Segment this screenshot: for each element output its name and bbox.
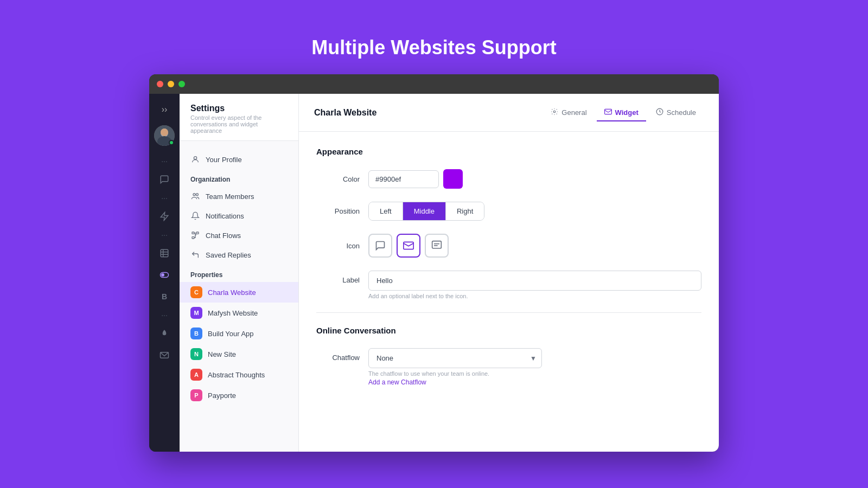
sidebar-dots-4: ··· xyxy=(161,311,168,319)
settings-title: Settings xyxy=(190,104,288,113)
tab-schedule[interactable]: Schedule xyxy=(648,104,704,121)
payporte-label: Payporte xyxy=(208,391,236,400)
nav-your-profile[interactable]: Your Profile xyxy=(180,150,298,169)
nav-notifications[interactable]: Notifications xyxy=(180,206,298,226)
table-nav-icon[interactable] xyxy=(155,243,174,263)
sidebar-dark: ›› ··· xyxy=(149,94,180,452)
schedule-tab-label: Schedule xyxy=(667,108,696,117)
page-title: Multiple Websites Support xyxy=(311,36,556,59)
property-charla-website[interactable]: C Charla Website xyxy=(180,282,298,303)
profile-icon xyxy=(190,155,200,164)
position-left-button[interactable]: Left xyxy=(369,202,403,220)
team-members-label: Team Members xyxy=(206,192,254,201)
chatflow-dropdown-container: None ▼ xyxy=(368,348,542,368)
window-maximize-button[interactable] xyxy=(178,81,185,87)
settings-nav: Your Profile Organization Team Membe xyxy=(180,141,298,414)
toggle-nav-icon[interactable] xyxy=(155,265,174,285)
icon-message-button[interactable] xyxy=(425,234,449,258)
icon-row: Icon xyxy=(316,234,701,258)
tabs: General Widget xyxy=(543,104,704,121)
sidebar-dots-1: ··· xyxy=(161,157,168,165)
color-row: Color xyxy=(316,169,701,189)
chat-nav-icon[interactable] xyxy=(155,170,174,189)
chat-flows-label: Chat Flows xyxy=(206,232,241,240)
newsite-label: New Site xyxy=(208,350,236,358)
notifications-label: Notifications xyxy=(206,212,244,220)
widget-tab-icon xyxy=(604,108,612,117)
main-content: Charla Website General xyxy=(299,94,719,452)
tab-general[interactable]: General xyxy=(543,104,594,121)
flame-nav-icon[interactable] xyxy=(155,324,174,343)
browser-titlebar xyxy=(149,74,719,94)
lightning-nav-icon[interactable] xyxy=(155,207,174,226)
property-build-your-app[interactable]: B Build Your App xyxy=(180,323,298,344)
property-new-site[interactable]: N New Site xyxy=(180,344,298,364)
settings-header: Settings Control every aspect of the con… xyxy=(180,94,298,141)
icon-group xyxy=(368,234,449,258)
properties-label: Properties xyxy=(180,265,298,282)
position-middle-button[interactable]: Middle xyxy=(403,202,446,220)
svg-point-11 xyxy=(162,274,164,277)
appearance-section-title: Appearance xyxy=(316,147,701,156)
browser-content: ›› ··· xyxy=(149,94,719,452)
svg-point-13 xyxy=(194,157,196,159)
sidebar-dots-2: ··· xyxy=(161,194,168,202)
svg-point-19 xyxy=(554,111,556,113)
color-swatch[interactable] xyxy=(443,169,463,189)
settings-panel: Settings Control every aspect of the con… xyxy=(180,94,299,452)
property-payporte[interactable]: P Payporte xyxy=(180,385,298,406)
label-hint: Add an optional label next to the icon. xyxy=(368,293,701,299)
position-right-button[interactable]: Right xyxy=(446,202,484,220)
nav-chat-flows[interactable]: Chat Flows xyxy=(180,226,298,245)
chatflow-select[interactable]: None xyxy=(368,348,542,368)
svg-rect-18 xyxy=(192,237,194,239)
svg-point-14 xyxy=(193,194,195,196)
main-header: Charla Website General xyxy=(299,94,719,132)
position-label: Position xyxy=(316,207,360,215)
svg-marker-5 xyxy=(161,213,168,221)
sidebar-dots-3: ··· xyxy=(161,230,168,239)
icon-mail-button[interactable] xyxy=(397,234,420,258)
window-minimize-button[interactable] xyxy=(168,81,174,87)
organization-label: Organization xyxy=(180,169,298,187)
charla-badge: C xyxy=(190,286,202,298)
svg-rect-6 xyxy=(161,249,168,257)
mafysh-label: Mafysh Website xyxy=(208,309,258,317)
svg-rect-23 xyxy=(432,241,442,248)
icon-chat-button[interactable] xyxy=(368,234,392,258)
chatflow-select-wrapper: None ▼ The chatflow to use when your tea… xyxy=(368,348,542,387)
mail-nav-icon[interactable] xyxy=(155,345,174,365)
saved-replies-label: Saved Replies xyxy=(206,251,251,259)
website-title: Charla Website xyxy=(314,108,376,118)
chatflow-row: Chatflow None ▼ The chatflow to use when… xyxy=(316,348,701,387)
general-tab-label: General xyxy=(561,108,586,117)
nav-saved-replies[interactable]: Saved Replies xyxy=(180,245,298,265)
window-close-button[interactable] xyxy=(157,81,163,87)
sidebar-expand-button[interactable]: ›› xyxy=(157,100,172,119)
svg-point-15 xyxy=(196,194,198,196)
property-mafysh-website[interactable]: M Mafysh Website xyxy=(180,303,298,323)
property-abstract-thoughts[interactable]: A Abstract Thoughts xyxy=(180,364,298,385)
reply-icon xyxy=(190,250,200,260)
schedule-tab-icon xyxy=(656,108,663,117)
label-row: Label Add an optional label next to the … xyxy=(316,271,701,299)
tab-widget[interactable]: Widget xyxy=(597,104,646,121)
color-input-group xyxy=(368,169,463,189)
payporte-badge: P xyxy=(190,389,202,401)
charla-label: Charla Website xyxy=(208,288,256,297)
build-label: Build Your App xyxy=(208,330,254,338)
svg-rect-16 xyxy=(192,232,194,234)
color-text-input[interactable] xyxy=(368,170,439,188)
settings-subtitle: Control every aspect of the conversation… xyxy=(190,114,288,134)
your-profile-label: Your Profile xyxy=(206,156,242,164)
browser-window: ›› ··· xyxy=(149,74,719,452)
icon-label: Icon xyxy=(316,242,360,250)
nav-team-members[interactable]: Team Members xyxy=(180,187,298,206)
general-tab-icon xyxy=(551,108,558,117)
svg-point-3 xyxy=(161,129,168,136)
add-chatflow-link[interactable]: Add a new Chatflow xyxy=(368,378,426,386)
bold-nav-icon[interactable]: B xyxy=(155,287,174,306)
online-indicator xyxy=(169,140,174,145)
bell-icon xyxy=(190,211,200,221)
label-input[interactable] xyxy=(368,271,701,291)
